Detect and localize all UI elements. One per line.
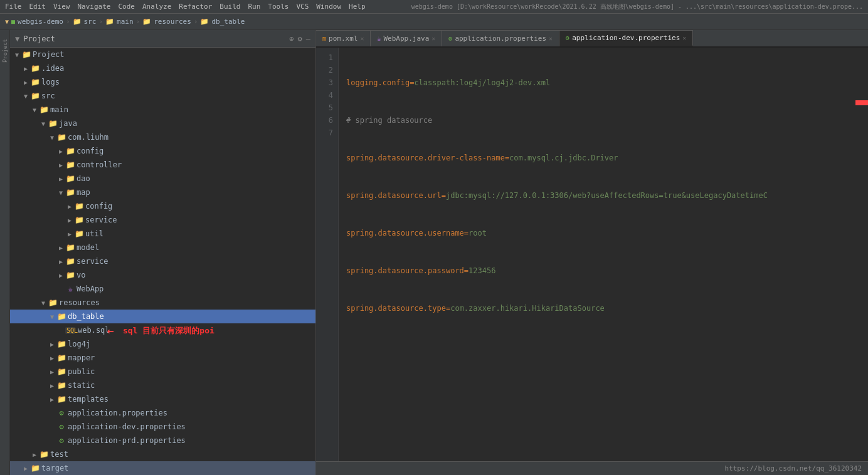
tab-pom-xml[interactable]: m pom.xml ✕ [316, 30, 371, 46]
tab-close-icon[interactable]: ✕ [360, 35, 364, 42]
folder-icon: 📁 [74, 229, 84, 238]
breadcrumb-src[interactable]: src [84, 18, 97, 26]
tree-item-test[interactable]: ▶ 📁 test [10, 447, 315, 461]
editor-area: m pom.xml ✕ ☕ WebApp.java ✕ ⚙ applicatio… [316, 30, 868, 475]
folder-icon: 📁 [56, 133, 66, 142]
tree-item-java[interactable]: ▼ 📁 java [10, 117, 315, 130]
props-tab-icon: ⚙ [566, 34, 569, 41]
tree-item-app-dev-props[interactable]: ▶ ⚙ application-dev.properties [10, 420, 315, 434]
tree-item-main[interactable]: ▼ 📁 main [10, 103, 315, 117]
tab-app-dev-properties[interactable]: ⚙ application-dev.properties ✕ [559, 30, 693, 46]
menu-refactor[interactable]: Refactor [179, 3, 212, 11]
arrow-icon: ▶ [48, 396, 56, 403]
arrow-icon: ▶ [48, 368, 56, 375]
breadcrumb-db-table[interactable]: db_table [211, 18, 245, 26]
xml-tab-icon: m [322, 35, 326, 42]
menu-analyze[interactable]: Analyze [142, 3, 171, 11]
annotation-text: sql 目前只有深圳的poi [123, 325, 214, 337]
arrow-icon: ▶ [48, 382, 56, 389]
arrow-icon: ▼ [48, 313, 56, 320]
folder-icon: 📁 [30, 64, 40, 73]
menu-build[interactable]: Build [220, 3, 240, 11]
tab-label: application-dev.properties [572, 34, 680, 42]
tab-close-icon[interactable]: ✕ [682, 34, 686, 41]
line-numbers: 1 2 3 4 5 6 7 [316, 48, 339, 461]
folder-icon: 📁 [48, 298, 58, 307]
arrow-icon: ▶ [56, 258, 65, 265]
tree-item-controller[interactable]: ▶ 📁 controller [10, 158, 315, 172]
code-line-2: # spring datasource [346, 114, 860, 127]
tree-item-public[interactable]: ▶ 📁 public [10, 365, 315, 378]
tab-close-icon[interactable]: ✕ [549, 35, 553, 42]
folder-icon: 📁 [65, 271, 75, 279]
minimize-icon[interactable]: — [306, 34, 310, 43]
arrow-icon: ▼ [39, 120, 48, 127]
tree-item-dao[interactable]: ▶ 📁 dao [10, 172, 315, 185]
pin-icon[interactable]: ⊕ [289, 34, 294, 43]
folder-icon: 📁 [56, 381, 66, 390]
tree-item-src[interactable]: ▼ 📁 src [10, 89, 315, 103]
menu-file[interactable]: File [5, 3, 22, 11]
breadcrumb-project[interactable]: webgis-demo [18, 18, 63, 26]
tab-close-icon[interactable]: ✕ [431, 35, 435, 42]
tree-item-service[interactable]: ▶ 📁 service [10, 254, 315, 268]
menu-help[interactable]: Help [349, 3, 366, 11]
tree-item-db-table[interactable]: ▼ 📁 db_table [10, 310, 315, 323]
tree-item-map-util[interactable]: ▶ 📁 util [10, 227, 315, 241]
properties-icon: ⚙ [56, 409, 66, 417]
folder-icon: 📁 [65, 147, 75, 155]
code-line-5: spring.datasource.username=root [346, 227, 860, 239]
tree-item-app-prd-props[interactable]: ▶ ⚙ application-prd.properties [10, 434, 315, 447]
tree-item-map-config[interactable]: ▶ 📁 config [10, 199, 315, 213]
arrow-icon: ▶ [48, 437, 56, 444]
tree-item-map-service[interactable]: ▶ 📁 service [10, 213, 315, 227]
menu-tools[interactable]: Tools [268, 3, 288, 11]
folder-icon: 📁 [56, 367, 66, 376]
breadcrumb-resources[interactable]: resources [154, 18, 191, 26]
tree-item-logs[interactable]: ▶ 📁 logs [10, 75, 315, 89]
menu-window[interactable]: Window [316, 3, 341, 11]
tree-item-vo[interactable]: ▶ 📁 vo [10, 268, 315, 282]
tree-item-templates[interactable]: ▶ 📁 templates [10, 392, 315, 406]
breadcrumb-main[interactable]: main [117, 18, 134, 26]
tree-item-static[interactable]: ▶ 📁 static [10, 378, 315, 392]
tree-item-webapp[interactable]: ▶ ☕ WebApp [10, 282, 315, 296]
tree-item-mapper[interactable]: ▶ 📁 mapper [10, 351, 315, 365]
settings-icon[interactable]: ⚙ [298, 34, 302, 43]
menu-run[interactable]: Run [248, 3, 260, 11]
tree-item-resources[interactable]: ▼ 📁 resources [10, 296, 315, 310]
arrow-icon: ▶ [21, 465, 30, 472]
menu-navigate[interactable]: Navigate [78, 3, 111, 11]
tree-item-map[interactable]: ▼ 📁 map [10, 185, 315, 199]
menu-code[interactable]: Code [118, 3, 135, 11]
folder-icon: 📁 [74, 202, 84, 211]
arrow-icon: ▼ [39, 300, 48, 306]
project-title: Project [23, 34, 55, 43]
tree-item-target[interactable]: ▶ 📁 target [10, 461, 315, 475]
arrow-icon: ▶ [65, 231, 74, 238]
tree-item-app-props[interactable]: ▶ ⚙ application.properties [10, 406, 315, 420]
folder-icon: 📁 [30, 464, 40, 472]
tree-item-model[interactable]: ▶ 📁 model [10, 241, 315, 254]
tree-item-idea[interactable]: ▶ 📁 .idea [10, 61, 315, 75]
menu-view[interactable]: View [53, 3, 70, 11]
menu-edit[interactable]: Edit [29, 3, 46, 11]
title-bar: File Edit View Navigate Code Analyze Ref… [0, 0, 868, 14]
code-content[interactable]: logging.config=classpath:log4j/log4j2-de… [339, 48, 868, 461]
folder-icon: 📁 [48, 119, 58, 128]
code-editor[interactable]: 1 2 3 4 5 6 7 logging.config=classpath:l… [316, 48, 868, 461]
tab-webapp-java[interactable]: ☕ WebApp.java ✕ [371, 30, 442, 46]
project-tab[interactable]: Project [2, 39, 8, 63]
tree-item-com-liuhm[interactable]: ▼ 📁 com.liuhm [10, 130, 315, 144]
tree-item-project[interactable]: ▼ 📁 Project [10, 48, 315, 61]
tab-app-properties[interactable]: ⚙ application.properties ✕ [442, 30, 559, 46]
code-line-1: logging.config=classpath:log4j/log4j2-de… [346, 76, 860, 89]
tree-item-log4j[interactable]: ▶ 📁 log4j [10, 337, 315, 351]
left-gutter: Project [0, 30, 10, 475]
project-dropdown-icon[interactable]: ▼ [15, 34, 19, 43]
tree-item-config[interactable]: ▶ 📁 config [10, 144, 315, 158]
menu-vcs[interactable]: VCS [296, 3, 309, 11]
tree-item-web-sql[interactable]: ▶ SQL web.sql ← sql 目前只有深圳的poi [10, 323, 315, 337]
sql-icon: SQL [65, 327, 75, 334]
menu-bar[interactable]: File Edit View Navigate Code Analyze Ref… [5, 3, 366, 11]
